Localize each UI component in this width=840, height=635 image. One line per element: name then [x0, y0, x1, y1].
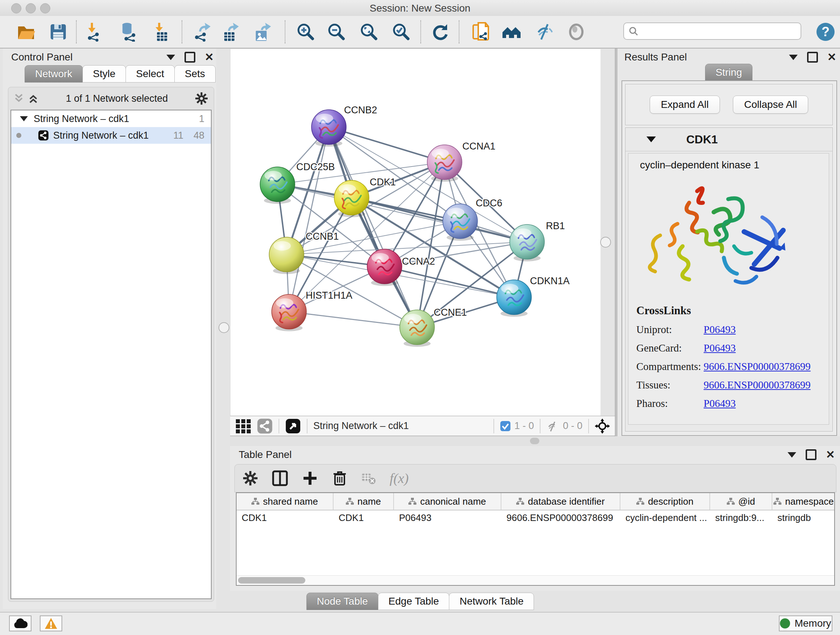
collapse-all-icon[interactable] [13, 93, 24, 104]
zoom-in-icon[interactable] [295, 22, 316, 42]
grid-view-icon[interactable] [235, 418, 252, 434]
table-panel-undock-icon[interactable] [806, 449, 816, 460]
table-cell[interactable]: P06493 [394, 510, 501, 525]
table-cell[interactable]: stringdb:9... [710, 510, 772, 525]
zoom-selected-icon[interactable] [391, 22, 411, 42]
collapse-all-button[interactable]: Collapse All [733, 96, 808, 114]
collection-expand-arrow-icon[interactable] [20, 116, 28, 121]
control-panel-undock-icon[interactable] [185, 52, 195, 63]
crosslink-link[interactable]: P06493 [704, 397, 736, 409]
column-header-@id[interactable]: @id [710, 493, 772, 510]
table-row[interactable]: CDK1CDK1P064939606.ENSP00000378699cyclin… [237, 510, 834, 525]
pan-crosshair-icon[interactable] [595, 418, 610, 434]
crosslink-link[interactable]: 9606.ENSP00000378699 [704, 379, 811, 391]
delete-column-trash-icon[interactable] [332, 470, 347, 486]
gene-collapse-arrow-icon[interactable] [646, 136, 656, 142]
network-graph[interactable]: CCNB2CCNA1CDC25BCDK1CDC6RB1CCNB1CCNA2CDK… [231, 49, 601, 416]
refresh-icon[interactable] [430, 22, 450, 42]
delete-table-icon[interactable] [362, 471, 376, 486]
tab-network-table[interactable]: Network Table [449, 593, 534, 610]
help-icon[interactable]: ? [815, 22, 836, 42]
zoom-fit-icon[interactable] [359, 22, 379, 42]
table-toolbar: f(x) [234, 464, 836, 492]
network-selection-status: 1 of 1 Network selected [39, 93, 195, 104]
selected-checkbox-icon[interactable] [500, 421, 511, 432]
network-collection-row[interactable]: String Network – cdk1 1 [11, 111, 211, 127]
table-cell[interactable]: stringdb [772, 510, 835, 525]
results-panel-undock-icon[interactable] [807, 52, 818, 63]
control-panel-close-icon[interactable]: ✕ [205, 53, 214, 61]
memory-button[interactable]: Memory [779, 616, 832, 631]
zoom-out-icon[interactable] [326, 22, 347, 42]
table-horizontal-scrollbar[interactable] [237, 575, 834, 585]
tab-sets[interactable]: Sets [174, 65, 216, 82]
node-label-CCNB2: CCNB2 [344, 105, 377, 116]
network-options-gear-icon[interactable] [195, 92, 208, 105]
birds-eye-view-icon[interactable] [566, 22, 586, 42]
home-networks-icon[interactable] [501, 22, 522, 42]
network-edge-ccna2-cdkn1a[interactable] [385, 266, 514, 297]
collection-label: String Network – cdk1 [34, 113, 199, 125]
show-columns-icon[interactable] [272, 470, 288, 486]
network-view-share-icon[interactable] [257, 418, 273, 434]
import-table-icon[interactable] [152, 22, 172, 42]
tab-node-table[interactable]: Node Table [306, 593, 378, 610]
table-options-gear-icon[interactable] [243, 470, 258, 486]
column-header-canonical-name[interactable]: canonical name [394, 493, 501, 510]
table-panel-close-icon[interactable]: ✕ [826, 451, 835, 459]
search-input[interactable] [638, 25, 792, 37]
control-panel-float-icon[interactable] [166, 55, 175, 60]
export-image-icon[interactable] [253, 22, 273, 42]
network-row[interactable]: String Network – cdk1 11 48 [11, 127, 211, 144]
tab-string[interactable]: String [705, 64, 752, 81]
tab-select[interactable]: Select [126, 65, 175, 82]
table-scrollbar-thumb[interactable] [238, 577, 305, 584]
detach-view-icon[interactable] [285, 418, 301, 434]
tab-edge-table[interactable]: Edge Table [378, 593, 450, 610]
cloud-status-button[interactable] [9, 616, 32, 631]
open-session-icon[interactable] [16, 22, 36, 42]
crosslink-link[interactable]: P06493 [704, 342, 736, 354]
horizontal-splitter-handle[interactable] [530, 438, 539, 444]
show-hide-graphics-icon[interactable] [535, 22, 555, 42]
node-label-CCNB1: CCNB1 [306, 231, 339, 242]
network-edge-ccnb2-ccna1[interactable] [329, 127, 445, 162]
title-bar: Session: New Session [0, 0, 840, 16]
left-splitter-handle[interactable] [218, 322, 229, 333]
import-database-icon[interactable] [119, 22, 140, 42]
crosslink-link[interactable]: P06493 [704, 324, 736, 336]
table-cell[interactable]: cyclin-dependent ... [621, 510, 710, 525]
network-edge-hist1h1a-ccne1[interactable] [289, 312, 417, 327]
table-cell[interactable]: 9606.ENSP00000378699 [501, 510, 621, 525]
tab-style[interactable]: Style [82, 65, 126, 82]
table-cell[interactable]: CDK1 [237, 510, 333, 525]
table-cell[interactable]: CDK1 [333, 510, 394, 525]
save-session-icon[interactable] [48, 22, 68, 42]
column-header-namespace[interactable]: namespace [772, 493, 835, 510]
table-panel-float-icon[interactable] [788, 452, 796, 458]
export-network-icon[interactable] [192, 22, 212, 42]
expand-all-button[interactable]: Expand All [650, 96, 720, 114]
status-bar: Memory [0, 612, 840, 635]
expand-all-icon[interactable] [28, 93, 39, 104]
column-header-shared-name[interactable]: shared name [237, 493, 333, 510]
right-splitter-handle[interactable] [600, 237, 611, 248]
column-header-name[interactable]: name [333, 493, 394, 510]
clone-network-icon[interactable] [471, 22, 491, 42]
import-network-icon[interactable] [84, 22, 104, 42]
column-header-database-identifier[interactable]: database identifier [501, 493, 621, 510]
column-header-description[interactable]: description [621, 493, 710, 510]
crosslink-link[interactable]: 9606.ENSP00000378699 [704, 361, 811, 372]
memory-status-dot-icon [780, 618, 790, 629]
results-panel-float-icon[interactable] [789, 55, 798, 60]
function-builder-button[interactable]: f(x) [390, 470, 409, 486]
create-column-plus-icon[interactable] [302, 470, 318, 486]
node-label-CDC6: CDC6 [476, 198, 502, 209]
tab-network[interactable]: Network [25, 65, 83, 82]
hidden-items-eye-icon[interactable] [546, 420, 560, 432]
results-panel-close-icon[interactable]: ✕ [827, 53, 836, 61]
network-canvas[interactable]: CCNB2CCNA1CDC25BCDK1CDC6RB1CCNB1CCNA2CDK… [230, 49, 601, 416]
warnings-button[interactable] [40, 616, 62, 631]
export-table-icon[interactable] [220, 22, 240, 42]
gene-section-header[interactable]: CDK1 [625, 128, 832, 151]
